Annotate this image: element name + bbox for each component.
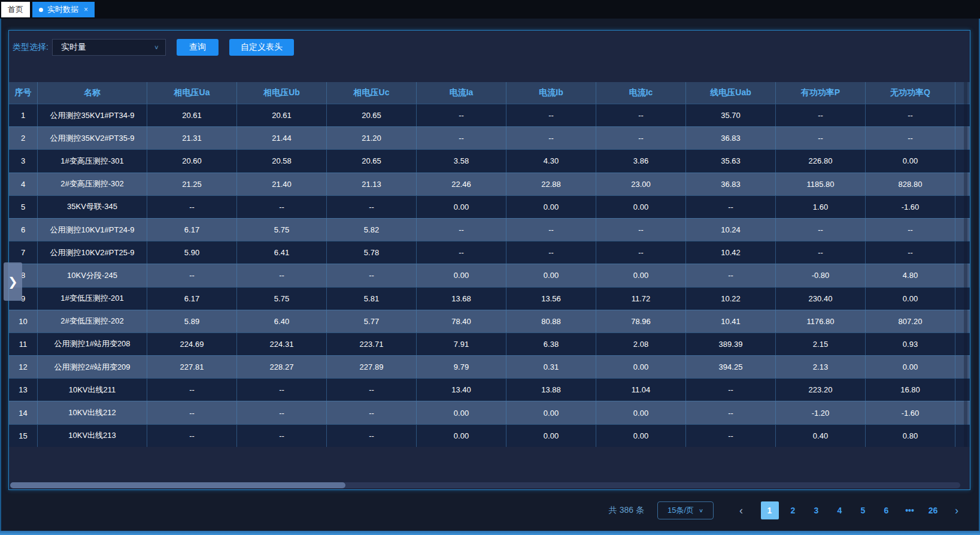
table-cell: -- [866, 127, 955, 149]
page-button-2[interactable]: 2 [784, 501, 802, 519]
table-cell: 12 [9, 356, 38, 378]
table-cell: 0.00 [417, 264, 506, 286]
side-panel-expand-handle[interactable]: ❯ [4, 262, 22, 301]
page-button-4[interactable]: 4 [831, 501, 849, 519]
table-cell: 2.13 [776, 356, 866, 378]
table-cell: 223.20 [776, 379, 866, 401]
table-row[interactable]: 102#变低压测控-2025.896.405.7778.4080.8878.96… [9, 310, 970, 333]
table-row[interactable]: 1310KV出线211------13.4013.8811.04--223.20… [9, 378, 970, 401]
table-cell: 0.00 [596, 401, 686, 424]
table-cell: 1176.80 [776, 310, 866, 333]
page-button-1[interactable]: 1 [761, 501, 779, 519]
header-cell-6: 电流Ib [506, 82, 596, 104]
table-row[interactable]: 535KV母联-345------0.000.000.00--1.60-1.60 [9, 195, 970, 218]
table-row[interactable]: 6公用测控10KV1#PT24-96.175.755.82------10.24… [9, 218, 970, 241]
table-cell: 0.00 [506, 196, 596, 218]
table-cell: 0.00 [417, 196, 506, 218]
page-button-5[interactable]: 5 [854, 501, 872, 519]
table-cell: -- [327, 401, 417, 424]
filter-row: 类型选择: 实时量 ∨ 查询 自定义表头 [13, 39, 294, 56]
query-button[interactable]: 查询 [177, 39, 219, 56]
table-cell: -- [596, 127, 686, 149]
tab-close-icon[interactable]: × [84, 6, 88, 13]
table-row[interactable]: 11公用测控1#站用变208224.69224.31223.717.916.38… [9, 333, 970, 355]
table-cell: 20.65 [327, 104, 417, 126]
table-row[interactable]: 31#变高压测控-30120.6020.5820.653.584.303.863… [9, 149, 970, 172]
header-cell-8: 线电压Uab [686, 82, 776, 104]
page-button-26[interactable]: 26 [924, 501, 942, 519]
table-row[interactable]: 1510KV出线213------0.000.000.00--0.400.80 [9, 424, 970, 447]
prev-page-button[interactable]: ‹ [733, 501, 750, 519]
table-cell: 5.75 [237, 288, 327, 310]
tab-realtime-data[interactable]: 实时数据 × [32, 2, 95, 17]
table-cell: 0.00 [866, 150, 955, 172]
table-row[interactable]: 91#变低压测控-2016.175.755.8113.6813.5611.721… [9, 287, 970, 310]
table-cell: 0.00 [596, 356, 686, 378]
table-cell: -- [327, 425, 417, 447]
table-row[interactable]: 810KV分段-245------0.000.000.00---0.804.80 [9, 264, 970, 286]
header-cell-7: 电流Ic [596, 82, 686, 104]
table-cell: 5.82 [327, 219, 417, 241]
custom-header-button[interactable]: 自定义表头 [229, 39, 294, 56]
table-cell: 1.60 [776, 196, 866, 218]
table-cell: 0.00 [866, 288, 955, 310]
table-cell: 1#变低压测控-201 [38, 288, 147, 310]
horizontal-scrollbar-track[interactable] [10, 482, 960, 488]
page-size-select[interactable]: 15条/页 ∨ [657, 501, 714, 519]
table-cell: -- [147, 264, 237, 286]
page-button-3[interactable]: 3 [808, 501, 826, 519]
header-cell-0: 序号 [9, 82, 38, 104]
window-left-edge [0, 19, 1, 531]
next-page-button[interactable]: › [948, 501, 965, 519]
page-ellipsis[interactable]: ••• [901, 501, 919, 519]
page-size-value: 15条/页 [668, 505, 694, 516]
tab-home[interactable]: 首页 [1, 2, 30, 17]
table-cell: -0.80 [776, 264, 866, 286]
table-cell: 35KV母联-345 [38, 196, 147, 218]
table-cell: 5.90 [147, 241, 237, 264]
table-cell: 227.81 [147, 356, 237, 378]
table-cell: 0.00 [506, 264, 596, 286]
table-cell: -- [866, 219, 955, 241]
header-cell-10: 无功功率Q [866, 82, 955, 104]
realtime-data-panel: 类型选择: 实时量 ∨ 查询 自定义表头 序号名称相电压Ua相电压Ub相电压Uc… [8, 30, 970, 490]
table-cell: 35.70 [686, 104, 776, 126]
table-cell: 224.31 [237, 333, 327, 355]
table-body: 1公用测控35KV1#PT34-920.6120.6120.65------35… [9, 104, 970, 447]
table-cell: 4 [9, 173, 38, 195]
table-row[interactable]: 42#变高压测控-30221.2521.4021.1322.4622.8823.… [9, 173, 970, 195]
table-cell: 0.00 [596, 425, 686, 447]
table-row[interactable]: 12公用测控2#站用变209227.81228.27227.899.790.31… [9, 355, 970, 378]
table-cell: 828.80 [866, 173, 955, 195]
table-cell: -- [776, 219, 866, 241]
table-row[interactable]: 1公用测控35KV1#PT34-920.6120.6120.65------35… [9, 104, 970, 126]
table-cell: 228.27 [237, 356, 327, 378]
table-cell: 4.30 [506, 150, 596, 172]
table-cell: -- [147, 401, 237, 424]
table-cell: 230.40 [776, 288, 866, 310]
page-buttons: 123456•••26 [758, 501, 945, 519]
table-cell: 公用测控35KV2#PT35-9 [38, 127, 147, 149]
table-cell: -- [506, 219, 596, 241]
table-cell: -- [417, 241, 506, 264]
page-button-6[interactable]: 6 [878, 501, 896, 519]
table-cell: 0.40 [776, 425, 866, 447]
table-cell: 15 [9, 425, 38, 447]
vertical-scrollbar-track[interactable] [964, 82, 967, 447]
table-cell: 807.20 [866, 310, 955, 333]
table-row[interactable]: 1410KV出线212------0.000.000.00---1.20-1.6… [9, 401, 970, 424]
table-cell: -- [776, 127, 866, 149]
table-cell: 1 [9, 104, 38, 126]
table-row[interactable]: 2公用测控35KV2#PT35-921.3121.4421.20------36… [9, 126, 970, 149]
table-cell: 21.40 [237, 173, 327, 195]
horizontal-scrollbar-thumb[interactable] [10, 482, 345, 488]
header-cell-1: 名称 [38, 82, 147, 104]
table-row[interactable]: 7公用测控10KV2#PT25-95.906.415.78------10.42… [9, 241, 970, 264]
table-cell: 2#变低压测控-202 [38, 310, 147, 333]
table-cell: -- [596, 104, 686, 126]
table-cell: 11.04 [596, 379, 686, 401]
table-cell: -- [686, 379, 776, 401]
table-cell: 36.83 [686, 127, 776, 149]
table-cell: 公用测控1#站用变208 [38, 333, 147, 355]
type-select[interactable]: 实时量 ∨ [52, 39, 166, 56]
